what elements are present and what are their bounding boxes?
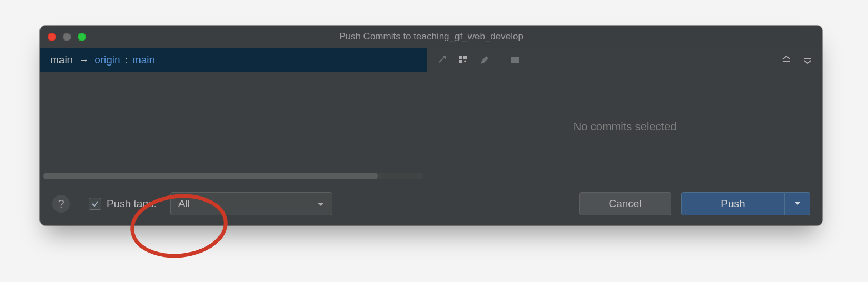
push-tags-select[interactable]: All	[170, 192, 332, 215]
cancel-button[interactable]: Cancel	[579, 192, 671, 215]
svg-rect-5	[804, 58, 811, 59]
expand-all-icon[interactable]	[778, 52, 795, 68]
minimize-icon[interactable]	[63, 33, 71, 41]
cancel-button-label: Cancel	[608, 198, 641, 210]
remote-branch-link[interactable]: main	[132, 54, 155, 66]
commits-panel: No commits selected	[427, 48, 822, 182]
preview-diff-icon[interactable]	[507, 52, 523, 68]
svg-rect-3	[511, 57, 519, 63]
chevron-down-icon	[317, 198, 324, 210]
edit-icon[interactable]	[476, 52, 493, 68]
collapse-all-icon[interactable]	[799, 52, 816, 68]
local-branch-label: main	[50, 54, 73, 66]
svg-rect-4	[783, 61, 790, 62]
push-tags-label: Push tags:	[107, 198, 157, 210]
checkbox-icon	[89, 198, 101, 210]
cherry-pick-icon[interactable]	[434, 52, 451, 68]
dialog-footer: ? Push tags: All Cancel	[40, 182, 822, 225]
push-button-label: Push	[721, 198, 745, 210]
push-dialog: Push Commits to teaching_gf_web_develop …	[40, 26, 822, 225]
commits-empty-state: No commits selected	[427, 72, 822, 182]
push-button[interactable]: Push	[681, 192, 785, 215]
window-title: Push Commits to teaching_gf_web_develop	[40, 31, 822, 42]
push-tags-select-value: All	[178, 198, 190, 210]
horizontal-scrollbar[interactable]	[43, 173, 423, 179]
push-button-group: Push	[681, 192, 810, 215]
toolbar-separator	[500, 54, 500, 66]
arrow-icon: →	[78, 54, 89, 66]
no-commits-label: No commits selected	[573, 120, 677, 133]
svg-rect-0	[459, 56, 462, 59]
close-icon[interactable]	[48, 33, 56, 41]
titlebar: Push Commits to teaching_gf_web_develop	[40, 26, 822, 48]
remote-name-link[interactable]: origin	[94, 54, 120, 66]
diff-toolbar	[427, 48, 822, 72]
group-by-directory-icon[interactable]	[455, 52, 472, 68]
maximize-icon[interactable]	[78, 33, 86, 41]
svg-rect-1	[463, 56, 467, 59]
push-tags-checkbox[interactable]: Push tags:	[89, 198, 157, 210]
help-button[interactable]: ?	[52, 195, 70, 213]
branches-panel: main → origin : main	[40, 48, 427, 182]
chevron-down-icon	[794, 202, 801, 206]
branch-row[interactable]: main → origin : main	[40, 48, 427, 72]
window-controls	[48, 33, 86, 41]
push-more-button[interactable]	[785, 192, 810, 215]
colon: :	[125, 54, 128, 66]
scrollbar-thumb[interactable]	[43, 173, 378, 179]
svg-rect-2	[459, 60, 462, 63]
